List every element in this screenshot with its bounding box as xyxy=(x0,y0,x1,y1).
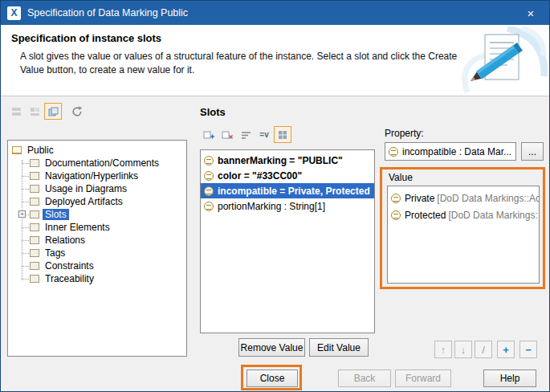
slot-row-color[interactable]: color = "#33CC00" xyxy=(201,168,374,183)
traceability-icon xyxy=(30,275,39,283)
header-description-line2: Value button, to create a new value for … xyxy=(20,63,457,77)
help-button[interactable]: Help xyxy=(483,370,536,387)
create-value-button[interactable] xyxy=(200,126,218,143)
magicdraw-app-icon: X xyxy=(7,6,21,20)
edit-value-button[interactable]: Edit Value xyxy=(309,338,369,357)
tree-item-public[interactable]: Public xyxy=(8,144,186,157)
slot-label: bannerMarking = "PUBLIC" xyxy=(218,155,343,166)
value-icon xyxy=(391,210,401,220)
artifact-icon xyxy=(30,198,39,206)
tree-item-label: Navigation/Hyperlinks xyxy=(43,170,141,182)
close-highlight-annotation: Close xyxy=(241,365,302,390)
remove-value-button[interactable]: Remove Value xyxy=(238,338,305,357)
value-group-label: Value xyxy=(389,172,413,183)
tree-item-label: Public xyxy=(25,145,56,156)
slot-icon xyxy=(204,202,214,211)
slot-label: incompatible = Private, Protected xyxy=(218,186,370,197)
value-icon xyxy=(391,194,401,203)
value-list: Private [DoD Data Markings::Acces... Pro… xyxy=(387,186,540,284)
categorized-view-toggle[interactable] xyxy=(44,103,62,120)
window-title: Specification of Data Marking Public xyxy=(27,7,188,18)
inner-elements-icon xyxy=(30,223,39,231)
constraints-icon xyxy=(30,262,39,270)
tree-item-tags[interactable]: Tags xyxy=(8,247,186,259)
tree-item-documentation[interactable]: Documentation/Comments xyxy=(8,157,186,169)
property-icon xyxy=(389,147,398,157)
tree-item-label: Constraints xyxy=(43,260,96,272)
slot-row-incompatible[interactable]: incompatible = Private, Protected xyxy=(201,183,374,198)
hyperlink-icon xyxy=(30,172,39,180)
slots-icon xyxy=(30,210,39,218)
slot-icon xyxy=(204,186,214,196)
diagram-usage-icon xyxy=(30,185,39,193)
order-alphabetically-button[interactable] xyxy=(7,103,25,120)
tree-item-relations[interactable]: Relations xyxy=(8,234,186,247)
plus-icon: + xyxy=(503,344,509,356)
header-description-line1: A slot gives the value or values of a st… xyxy=(20,50,457,63)
slot-label: portionMarking : String[1] xyxy=(218,201,325,212)
equals-v-icon: =v xyxy=(259,130,268,139)
specification-dialog: X Specification of Data Marking Public ×… xyxy=(0,0,550,392)
instance-icon xyxy=(12,146,22,154)
tree-item-label: Slots xyxy=(43,209,69,220)
slot-label: color = "#33CC00" xyxy=(218,170,302,182)
add-value-button[interactable]: + xyxy=(497,341,515,358)
property-browse-button[interactable]: ... xyxy=(521,142,544,161)
order-by-group-button[interactable] xyxy=(26,103,43,120)
property-label: Property: xyxy=(385,128,424,139)
value-name: Private xyxy=(405,193,434,204)
tree-item-label: Documentation/Comments xyxy=(43,157,161,169)
slot-row-bannermarking[interactable]: bannerMarking = "PUBLIC" xyxy=(201,153,374,168)
value-path: [DoD Data Markings::Acces... xyxy=(437,193,540,204)
tree-item-traceability[interactable]: Traceability xyxy=(8,272,186,285)
specification-tree: Public Documentation/Comments Navigation… xyxy=(7,140,187,357)
tree-item-label: Usage in Diagrams xyxy=(43,183,129,194)
property-value: incompatible : Data Mar... xyxy=(402,146,511,157)
back-button: Back xyxy=(338,370,391,387)
tree-item-label: Deployed Artifacts xyxy=(43,196,125,207)
move-up-button[interactable]: ↑ xyxy=(434,341,452,358)
dialog-header: Specification of instance slots A slot g… xyxy=(1,25,549,96)
tree-item-usage-in-diagrams[interactable]: Usage in Diagrams xyxy=(8,182,186,195)
expand-icon[interactable]: + xyxy=(18,210,26,218)
tree-item-label: Inner Elements xyxy=(43,222,112,233)
sort-values-button[interactable] xyxy=(237,126,255,143)
titlebar: X Specification of Data Marking Public × xyxy=(1,1,549,25)
forward-button: Forward xyxy=(395,370,451,387)
tree-item-label: Tags xyxy=(43,247,67,259)
close-button[interactable]: Close xyxy=(246,370,298,387)
value-highlight-annotation: Value Private [DoD Data Markings::Acces.… xyxy=(380,167,545,289)
tree-item-inner-elements[interactable]: Inner Elements xyxy=(8,221,186,234)
slot-icon xyxy=(204,156,214,165)
slot-list: bannerMarking = "PUBLIC" color = "#33CC0… xyxy=(200,149,375,333)
slots-panel-title: Slots xyxy=(200,106,226,118)
edit-cell-button[interactable]: / xyxy=(475,341,492,358)
show-values-button[interactable]: =v xyxy=(255,126,273,143)
slot-icon xyxy=(204,171,214,181)
grid-view-toggle[interactable] xyxy=(274,126,291,143)
value-name: Protected xyxy=(405,210,446,221)
tree-item-navigation-hyperlinks[interactable]: Navigation/Hyperlinks xyxy=(8,169,186,182)
header-description: A slot gives the value or values of a st… xyxy=(20,50,457,77)
tree-item-deployed-artifacts[interactable]: Deployed Artifacts xyxy=(8,195,186,208)
down-arrow-icon: ↓ xyxy=(461,344,466,356)
window-close-button[interactable]: × xyxy=(512,1,549,25)
value-row-protected[interactable]: Protected [DoD Data Markings::Ac... xyxy=(388,206,539,223)
document-pencil-illustration xyxy=(443,27,548,97)
refresh-button[interactable] xyxy=(68,103,86,120)
tags-icon xyxy=(30,249,39,257)
delete-value-button[interactable] xyxy=(218,126,236,143)
header-title: Specification of instance slots xyxy=(11,32,161,44)
remove-value-mini-button[interactable]: − xyxy=(519,341,537,358)
slot-row-portionmarking[interactable]: portionMarking : String[1] xyxy=(201,198,374,214)
tree-item-constraints[interactable]: Constraints xyxy=(8,259,186,272)
move-down-button[interactable]: ↓ xyxy=(454,341,472,358)
tree-item-label: Relations xyxy=(43,235,88,246)
minus-icon: − xyxy=(525,344,532,356)
tree-item-slots[interactable]: + Slots xyxy=(8,208,186,221)
value-row-private[interactable]: Private [DoD Data Markings::Acces... xyxy=(388,190,539,206)
documentation-icon xyxy=(30,159,39,167)
property-field[interactable]: incompatible : Data Mar... xyxy=(385,142,516,161)
slash-icon: / xyxy=(482,344,485,356)
tree-item-label: Traceability xyxy=(43,273,96,284)
